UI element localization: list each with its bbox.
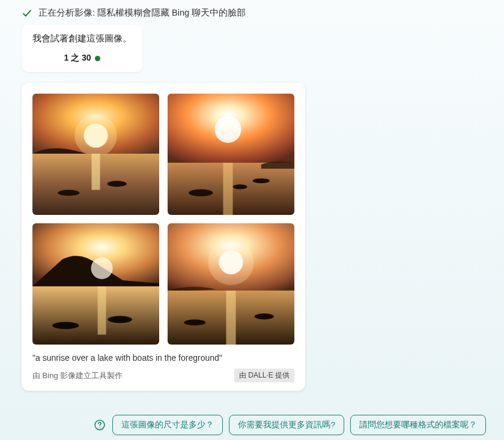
- suggestion-1[interactable]: 這張圖像的尺寸是多少？: [112, 415, 223, 435]
- help-icon[interactable]: [93, 418, 106, 432]
- status-row: 正在分析影像: 隱私權模糊會隱藏 Bing 聊天中的臉部: [7, 5, 497, 25]
- suggestion-2[interactable]: 你需要我提供更多資訊嗎?: [229, 415, 344, 435]
- svg-point-15: [91, 258, 112, 279]
- image-result-card: "a sunrise over a lake with boats in the…: [22, 83, 305, 391]
- svg-point-12: [253, 178, 270, 183]
- response-bubble: 我會試著創建這張圖像。 1 之 30: [22, 25, 142, 72]
- dalle-badge: 由 DALL·E 提供: [234, 369, 294, 382]
- svg-point-22: [208, 240, 254, 285]
- counter-text: 1 之 30: [64, 53, 91, 64]
- counter-row: 1 之 30: [32, 53, 132, 64]
- image-grid: [32, 94, 294, 345]
- svg-rect-10: [223, 163, 232, 215]
- svg-point-6: [58, 190, 79, 196]
- svg-point-19: [108, 316, 132, 323]
- svg-rect-24: [226, 291, 235, 345]
- svg-point-2: [74, 115, 117, 157]
- svg-point-11: [189, 189, 213, 196]
- svg-rect-4: [91, 154, 100, 190]
- svg-rect-16: [32, 286, 159, 345]
- response-text: 我會試著創建這張圖像。: [32, 33, 132, 44]
- svg-point-8: [214, 116, 241, 143]
- generated-image-3[interactable]: [32, 223, 159, 345]
- generated-image-1[interactable]: [32, 94, 159, 215]
- svg-point-13: [233, 184, 247, 189]
- status-text: 正在分析影像: 隱私權模糊會隱藏 Bing 聊天中的臉部: [38, 7, 246, 19]
- prompt-caption: "a sunrise over a lake with boats in the…: [32, 353, 294, 363]
- generated-image-4[interactable]: [168, 223, 294, 345]
- svg-point-25: [184, 319, 205, 325]
- credit-row: 由 Bing 影像建立工具製作 由 DALL·E 提供: [32, 369, 294, 382]
- svg-point-26: [255, 313, 274, 319]
- svg-rect-17: [98, 286, 106, 334]
- suggestion-3[interactable]: 請問您想要哪種格式的檔案呢？: [350, 415, 486, 435]
- generated-image-2[interactable]: [168, 94, 294, 215]
- check-icon: [22, 8, 32, 19]
- svg-point-5: [108, 181, 127, 187]
- credit-text: 由 Bing 影像建立工具製作: [32, 370, 123, 381]
- suggestions-row: 這張圖像的尺寸是多少？ 你需要我提供更多資訊嗎? 請問您想要哪種格式的檔案呢？: [7, 408, 497, 440]
- svg-point-18: [52, 322, 79, 329]
- status-dot-icon: [95, 56, 100, 61]
- svg-point-28: [100, 427, 101, 428]
